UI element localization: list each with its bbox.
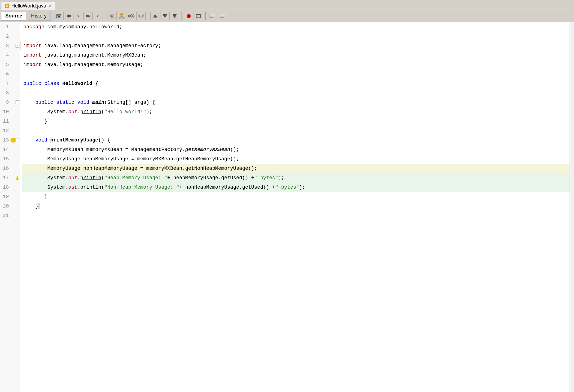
string-bytes-1: " bytes" xyxy=(254,175,278,181)
select-enclosing-button[interactable] xyxy=(136,12,146,20)
code-line-20: } xyxy=(22,201,570,211)
bulb-icon-17[interactable]: 💡 xyxy=(14,175,19,180)
uncomment-button[interactable] xyxy=(218,12,227,20)
gutter-row-7: 7 xyxy=(0,79,19,88)
toggle-watchpoint-button[interactable] xyxy=(194,12,203,20)
open-declaration-button[interactable] xyxy=(107,12,117,20)
gutter-row-20: 20 xyxy=(0,201,19,211)
code-line-16: MemoryUsage nonHeapMemoryUsage = memoryM… xyxy=(22,164,570,173)
line-num-2: 2 xyxy=(0,34,11,39)
code-line-15: MemoryUsage heapMemoryUsage = memoryMXBe… xyxy=(22,154,570,164)
gutter-row-2: 2 xyxy=(0,32,19,41)
back-button[interactable] xyxy=(64,12,73,20)
code-line-6 xyxy=(22,69,570,79)
svg-rect-9 xyxy=(86,15,88,17)
keyword-package: package xyxy=(23,24,44,30)
gutter-row-3: 3 − xyxy=(0,41,19,50)
string-bytes-2: " bytes" xyxy=(275,184,299,190)
svg-marker-34 xyxy=(176,18,177,19)
code-line-9: public static void main(String[] args) { xyxy=(22,98,570,107)
fold-icon-9[interactable]: − xyxy=(16,100,19,104)
code-line-18: System.out.println("Non-Heap Memory Usag… xyxy=(22,183,570,192)
fold-icon-3[interactable]: − xyxy=(16,44,19,48)
keyword-public-1: public xyxy=(23,81,41,86)
back-icon xyxy=(66,14,71,19)
line-num-17: 17 xyxy=(0,175,11,181)
code-line-10: System.out.println("Hello World!"); xyxy=(22,107,570,117)
history-tab[interactable]: History xyxy=(27,12,51,21)
gutter-row-8: 8 xyxy=(0,88,19,98)
line-num-5: 5 xyxy=(0,62,11,67)
open-type-button[interactable] xyxy=(117,12,126,20)
last-edit-button[interactable] xyxy=(54,12,64,20)
svg-marker-8 xyxy=(88,14,90,18)
svg-rect-15 xyxy=(122,17,124,18)
svg-rect-31 xyxy=(163,14,167,15)
svg-rect-21 xyxy=(132,17,134,18)
gutter-row-19: 19 xyxy=(0,192,19,201)
prev-annotation-button[interactable] xyxy=(150,12,160,20)
string-heap: "Heap Memory Usage: " xyxy=(104,175,167,181)
code-line-1: package com.mycompany.helloworld; xyxy=(22,22,570,32)
tab-filename: HelloWorld.java xyxy=(11,3,46,9)
code-line-12 xyxy=(22,126,570,135)
line-num-3: 3 xyxy=(0,43,11,49)
line-num-15: 15 xyxy=(0,156,11,162)
code-editor[interactable]: package com.mycompany.helloworld; import… xyxy=(19,22,570,392)
field-out-3: out xyxy=(68,184,77,190)
gutter-row-1: 1 xyxy=(0,22,19,32)
line-num-10: 10 xyxy=(0,109,11,115)
forward-dropdown[interactable] xyxy=(93,12,102,20)
open-call-hierarchy-button[interactable] xyxy=(127,12,136,20)
annot-dropdown-icon xyxy=(172,13,177,19)
string-hello: "Hello World!" xyxy=(104,109,146,115)
select-enclosing-icon xyxy=(138,13,144,19)
gutter-row-15: 15 xyxy=(0,154,19,164)
code-line-3: import java.lang.management.ManagementFa… xyxy=(22,41,570,50)
svg-rect-19 xyxy=(129,15,130,17)
svg-rect-27 xyxy=(139,15,143,17)
gutter-row-9: 9 − xyxy=(0,98,19,107)
field-out-2: out xyxy=(68,175,77,181)
svg-rect-36 xyxy=(196,14,201,18)
code-line-2 xyxy=(22,32,570,41)
breakpoint-icon xyxy=(186,13,192,19)
forward-dropdown-icon xyxy=(96,14,99,19)
line-num-6: 6 xyxy=(0,71,11,77)
keyword-public-2: public xyxy=(35,100,53,105)
tab-close-button[interactable]: × xyxy=(49,4,51,8)
import-name-3: java.lang.management.MemoryUsage; xyxy=(44,62,143,67)
gutter-icons-9: − xyxy=(11,100,19,104)
toolbar: Source History xyxy=(0,10,574,22)
tab-bar: HelloWorld.java × xyxy=(0,0,574,10)
fold-icon-13[interactable]: − xyxy=(16,138,19,142)
gutter-row-14: 14 xyxy=(0,145,19,154)
line-num-16: 16 xyxy=(0,166,11,171)
next-annot-icon xyxy=(162,13,168,19)
line-num-20: 20 xyxy=(0,203,11,209)
open-type-icon xyxy=(119,13,125,19)
back-dropdown[interactable] xyxy=(74,12,83,20)
method-printmemory: printMemoryUsage xyxy=(50,137,98,143)
gutter-row-18: 18 xyxy=(0,183,19,192)
forward-button[interactable] xyxy=(83,12,93,20)
code-line-14: MemoryMXBean memoryMXBean = ManagementFa… xyxy=(22,145,570,154)
next-annotation-button[interactable] xyxy=(160,12,170,20)
comment-button[interactable] xyxy=(208,12,217,20)
svg-marker-28 xyxy=(153,14,157,17)
code-line-4: import java.lang.management.MemoryMXBean… xyxy=(22,50,570,60)
source-tab[interactable]: Source xyxy=(1,12,26,21)
warning-icon-13: ! xyxy=(11,138,16,143)
line-num-19: 19 xyxy=(0,194,11,199)
svg-rect-6 xyxy=(69,15,71,17)
field-out: out xyxy=(68,109,77,115)
annot-dropdown-button[interactable] xyxy=(170,12,179,20)
scrollbar-area[interactable] xyxy=(570,22,574,392)
file-tab[interactable]: HelloWorld.java × xyxy=(1,2,55,10)
line-num-13: 13 xyxy=(0,137,11,143)
svg-rect-20 xyxy=(132,14,134,15)
gutter-row-10: 10 xyxy=(0,107,19,117)
toggle-breakpoint-button[interactable] xyxy=(184,12,193,20)
line-gutter: 1 2 3 − 4 5 6 7 8 xyxy=(0,22,19,392)
line-num-4: 4 xyxy=(0,52,11,58)
